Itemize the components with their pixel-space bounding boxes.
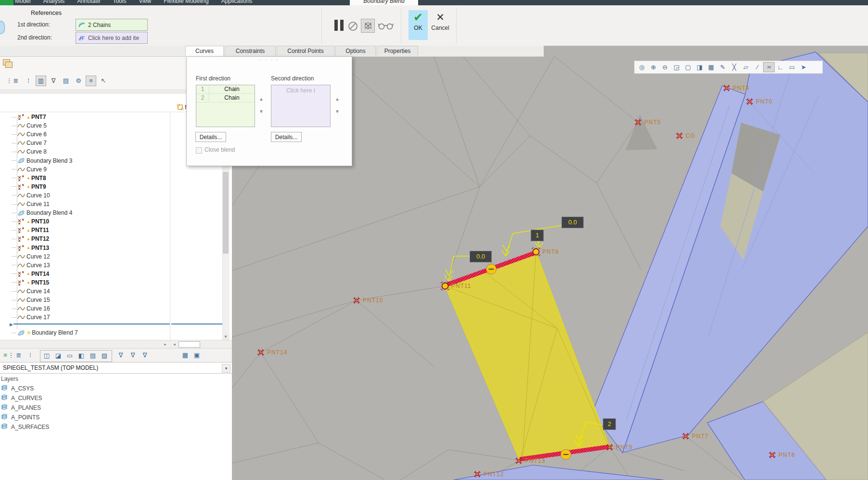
expand-layers-icon[interactable]: ≣ [13,350,24,361]
first-direction-collector[interactable]: 2 Chains [76,19,148,31]
menu-item-flexible-modeling[interactable]: Flexible Modeling [157,0,215,5]
filter-off-icon[interactable]: ∇ [128,350,138,361]
layer-properties-icon[interactable]: ▤ [88,350,98,361]
layer-item-a_surfaces[interactable]: A_SURFACES [1,423,49,431]
tree-item-curve-7[interactable]: Curve 7 [12,139,47,147]
move-down-icon[interactable]: ▼ [334,109,341,115]
ok-button[interactable]: ✔ OK [408,10,428,40]
layer-table-icon[interactable]: ▦ [180,350,191,361]
tree-item-boundary-blend-7[interactable]: ✳Boundary Blend 7 [12,328,78,337]
second-direction-list[interactable]: Click here t [271,85,331,127]
close-blend-checkbox[interactable] [196,147,202,154]
tree-item-curve-5[interactable]: Curve 5 [12,121,47,130]
pause-icon[interactable] [340,20,344,31]
filter-select-icon[interactable]: ∇ [140,350,150,361]
first-details-button[interactable]: Details... [195,132,226,142]
menu-item-annotate[interactable]: Annotate [71,0,106,5]
activate-layer-icon[interactable]: ◧ [76,350,87,361]
menu-item-view[interactable]: View [132,0,157,5]
expand-list-icon[interactable]: ≣ [11,76,21,86]
isolate-layer-icon[interactable]: ▭ [64,350,75,361]
tree-item-curve-14[interactable]: Curve 14 [12,287,50,296]
tree-item-boundary-blend-3[interactable]: Boundary Blend 3 [12,156,72,165]
tree-item-boundary-blend-4[interactable]: Boundary Blend 4 [12,208,72,217]
first-direction-list[interactable]: 1Chain2Chain [196,85,255,127]
show-layers-icon[interactable]: ≡ [86,76,96,86]
cancel-button[interactable]: ✕ Cancel [429,10,452,40]
zoom-out-icon[interactable]: ⊖ [659,62,671,72]
pause-icon[interactable] [334,20,338,31]
tree-item-pnt10[interactable]: ▲PNT10 [12,217,49,226]
zoom-window-icon[interactable]: ◎ [636,62,648,72]
section-view-icon[interactable]: ◨ [694,62,705,72]
tab-curves[interactable]: Curves [185,46,224,57]
tree-column-separator[interactable] [170,112,170,340]
csys-display-icon[interactable]: ∟ [775,62,786,72]
point-display-icon[interactable]: xx [763,62,775,72]
blend-value-label[interactable]: 1 [531,230,544,241]
blend-value-label[interactable]: 0.0 [470,251,492,262]
annotation-display-icon[interactable]: ∕ [752,62,763,72]
tree-horizontal-scrollbar[interactable]: ▸ ◂ [0,340,232,349]
insertion-locator-arrow[interactable]: ▶ [10,322,13,327]
view-manager-icon[interactable]: ▦ [705,62,717,72]
model-selector[interactable]: SPIEGEL_TEST.ASM (TOP MODEL) ▾ [0,362,232,374]
second-details-button[interactable]: Details... [271,132,302,142]
tree-columns-icon[interactable]: ▥ [36,76,46,86]
scroll-left-button[interactable]: ◂ [171,341,178,348]
copy-layout-icon[interactable]: ▣ [191,350,202,361]
select-tree-icon[interactable]: ↖ [98,76,109,86]
spin-center-icon[interactable]: ➤ [798,62,809,72]
tree-item-curve-9[interactable]: Curve 9 [12,165,47,174]
menu-item-model[interactable]: Model [9,0,37,5]
second-chain-handle[interactable] [561,450,571,460]
tree-item-curve-13[interactable]: Curve 13 [12,261,50,270]
tab-boundary-blend[interactable]: Boundary Blend [350,0,418,5]
saved-views-icon[interactable]: ▭ [786,62,798,72]
tab-constraints[interactable]: Constraints [225,46,276,56]
zoom-in-icon[interactable]: ⊕ [648,62,659,72]
scroll-right-button[interactable]: ▸ [162,341,168,348]
chain-row-2[interactable]: 2Chain [196,94,255,103]
tree-item-pnt7[interactable]: ▲PNT7 [12,113,46,121]
menu-item-analysis[interactable]: Analysis [37,0,71,5]
tree-item-curve-6[interactable]: Curve 6 [12,130,47,139]
scroll-down-button[interactable]: ▾ [222,333,229,340]
scrollbar-thumb[interactable] [223,172,229,254]
tab-properties[interactable]: Properties [377,46,418,56]
second-direction-collector[interactable]: Click here to add ite [76,32,148,44]
tree-item-pnt13[interactable]: ▲PNT13 [12,244,49,252]
tab-control-points[interactable]: Control Points [277,46,334,56]
show-layer-icon[interactable]: ◫ [41,350,52,361]
axis-display-icon[interactable]: ╳ [728,62,740,72]
plane-display-icon[interactable]: ▱ [740,62,752,72]
panel-drag-handle[interactable]: · · · · [187,57,352,63]
chain-row-1[interactable]: 1Chain [196,85,255,94]
datum-edit-icon[interactable]: ✎ [717,62,728,72]
tree-item-pnt12[interactable]: ▲PNT12 [12,234,49,243]
tree-item-curve-17[interactable]: Curve 17 [12,313,50,322]
menu-item-applications[interactable]: Applications [215,0,259,5]
menu-item-tools[interactable]: Tools [106,0,132,5]
tree-item-curve-15[interactable]: Curve 15 [12,296,50,304]
hide-layer-icon[interactable]: ◪ [53,350,64,361]
first-chain-handle[interactable] [486,264,497,274]
tree-column-doc-icon[interactable]: ▤ [61,76,71,86]
display-style-icon[interactable]: ▢ [682,62,694,72]
tree-item-curve-10[interactable]: Curve 10 [12,191,50,200]
move-up-icon[interactable]: ▲ [334,96,341,102]
move-down-icon[interactable]: ▼ [258,109,265,115]
attached-preview-icon[interactable] [361,19,375,33]
tree-item-curve-16[interactable]: Curve 16 [12,304,50,313]
collapse-list-icon[interactable]: ⁞ [23,76,34,86]
layer-item-a_planes[interactable]: A_PLANES [1,403,41,412]
settings-gear-icon[interactable]: ⚙ [73,76,84,86]
tree-item-pnt9[interactable]: ▲PNT9 [12,182,46,191]
chevron-down-icon[interactable]: ▾ [222,364,230,373]
tree-item-pnt8[interactable]: ▲PNT8 [12,174,46,182]
scrollbar-thumb[interactable] [179,341,200,348]
layer-item-a_csys[interactable]: A_CSYS [1,384,34,393]
blend-value-label[interactable]: 2 [603,418,616,430]
insertion-line[interactable] [13,324,170,324]
layer-item-a_points[interactable]: A_POINTS [1,413,39,422]
